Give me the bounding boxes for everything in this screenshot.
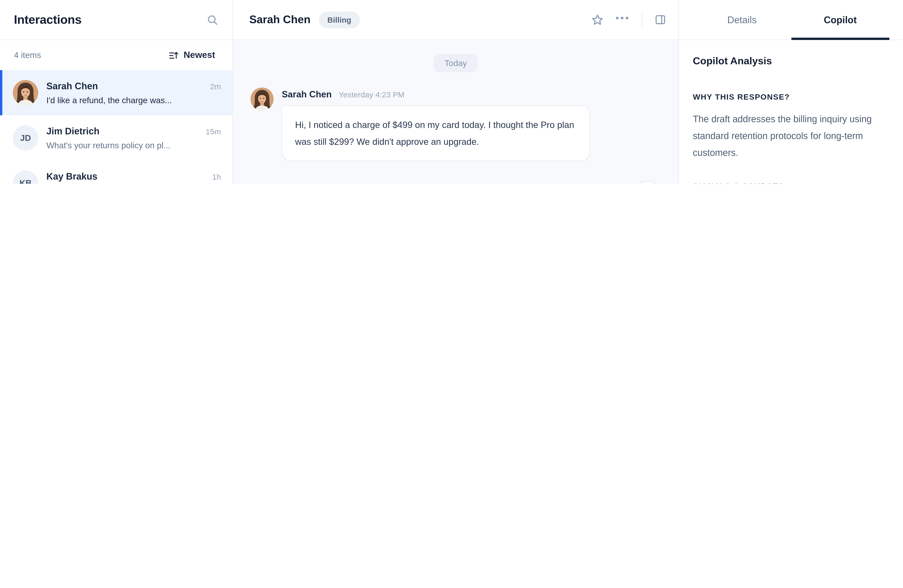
tab-details[interactable]: Details <box>693 0 791 39</box>
contact-name: Kay Brakus <box>46 171 98 182</box>
contact-name: Sarah Chen <box>46 81 98 92</box>
avatar: JD <box>13 125 38 151</box>
date-divider: Today <box>433 54 478 72</box>
conversation-list-item-jim-dietrich[interactable]: JD Jim Dietrich 15m What's your returns … <box>0 115 233 161</box>
panel-layout-icon <box>654 13 667 26</box>
sort-ascending-icon <box>168 50 178 60</box>
why-response-text: The draft addresses the billing inquiry … <box>693 111 889 161</box>
message-customer-1: Sarah Chen Yesterday 4:23 PM Hi, I notic… <box>250 88 661 161</box>
interactions-sidebar: Interactions 4 items Newest <box>0 0 233 184</box>
more-options-button[interactable]: ••• <box>615 13 630 27</box>
sort-control[interactable]: Newest <box>165 49 219 61</box>
sidebar-header: Interactions <box>0 0 233 40</box>
conversation-tag-badge: Billing <box>319 11 360 28</box>
sidebar-title: Interactions <box>14 13 82 27</box>
search-icon <box>206 14 219 26</box>
message-preview: I'd like a refund, the charge was... <box>46 96 221 105</box>
conversation-header: Sarah Chen Billing ••• <box>233 0 678 40</box>
ellipsis-icon: ••• <box>615 13 630 23</box>
avatar <box>250 88 274 111</box>
toggle-side-panel-button[interactable] <box>654 13 667 26</box>
message-author: Auto-Response <box>487 182 554 184</box>
star-icon <box>591 13 604 27</box>
conversation-actions: ••• <box>591 12 667 28</box>
conversation-list-item-kay-brakus[interactable]: KB Kay Brakus 1h I need help with my ord… <box>0 160 233 184</box>
panel-tabs: Details Copilot <box>679 0 903 40</box>
item-count: 4 items <box>14 50 41 60</box>
conversation-list[interactable]: Sarah Chen 2m I'd like a refund, the cha… <box>0 70 233 184</box>
last-message-time: 1h <box>212 173 221 181</box>
copilot-panel: Details Copilot Copilot Analysis WHY THI… <box>678 0 903 184</box>
sort-label: Newest <box>184 50 215 60</box>
conversation-title: Sarah Chen <box>249 13 310 26</box>
conversation-summary: Jim Dietrich 15m What's your returns pol… <box>46 125 221 151</box>
message-author: Sarah Chen <box>282 89 332 100</box>
avatar: KB <box>13 170 38 184</box>
conversation-summary: Kay Brakus 1h I need help with my order … <box>46 170 221 184</box>
conversation-pane: Sarah Chen Billing ••• <box>233 0 678 184</box>
message-time: Yesterday 4:23 PM <box>338 90 404 99</box>
bot-avatar <box>634 181 661 184</box>
why-response-heading: WHY THIS RESPONSE? <box>693 93 889 101</box>
message-time: Yesterday 4:24 PM <box>560 183 626 184</box>
message-preview: What's your returns policy on pl... <box>46 141 221 150</box>
star-button[interactable] <box>591 13 604 27</box>
header-divider <box>642 12 642 28</box>
last-message-time: 15m <box>206 127 221 136</box>
conversation-list-item-sarah-chen[interactable]: Sarah Chen 2m I'd like a refund, the cha… <box>0 70 233 115</box>
list-meta-row: 4 items Newest <box>0 40 233 70</box>
last-message-time: 2m <box>210 82 221 91</box>
avatar <box>13 80 38 105</box>
panel-heading: Copilot Analysis <box>693 55 889 67</box>
message-thread[interactable]: Today Sarah Chen Yesterday 4:23 PM Hi, I… <box>233 40 678 184</box>
conversation-summary: Sarah Chen 2m I'd like a refund, the cha… <box>46 80 221 105</box>
app-window: Interactions 4 items Newest <box>0 0 903 184</box>
tab-copilot[interactable]: Copilot <box>791 0 889 39</box>
message-auto-response: Auto-Response Yesterday 4:24 PM Thanks f… <box>250 181 661 184</box>
search-button[interactable] <box>206 14 219 26</box>
contact-name: Jim Dietrich <box>46 126 99 137</box>
message-bubble: Hi, I noticed a charge of $499 on my car… <box>282 105 590 161</box>
copilot-analysis-section: Copilot Analysis WHY THIS RESPONSE? The … <box>679 40 903 184</box>
signals-sources-heading: SIGNALS & SOURCES <box>693 182 889 184</box>
